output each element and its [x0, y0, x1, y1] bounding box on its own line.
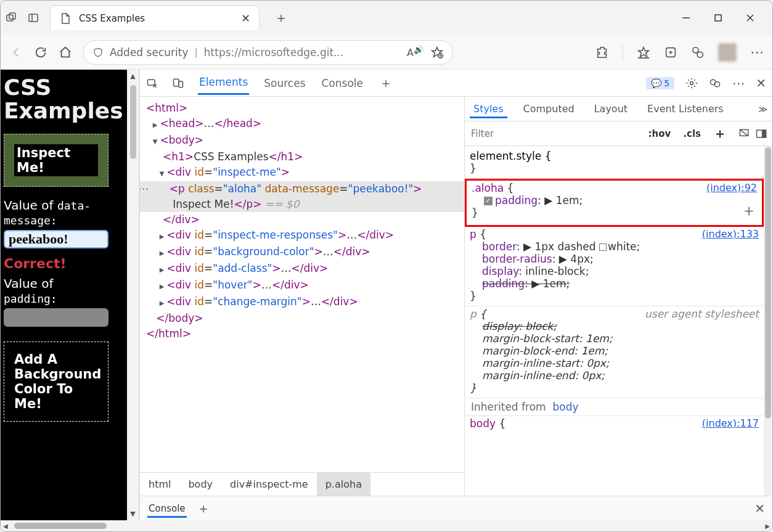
minimize-icon[interactable] [681, 13, 691, 23]
add-background-box[interactable]: Add A Background Color To Me! [4, 342, 108, 422]
value-of-padding-label: Value ofpadding: [4, 276, 124, 306]
issues-badge[interactable]: 💬 5 [646, 77, 674, 89]
devtools: Elements Sources Console ＋ 💬 5 ⋯ ✕ <html… [139, 70, 772, 520]
maximize-icon[interactable] [713, 13, 723, 23]
hov-toggle[interactable]: :hov [642, 128, 677, 139]
page-scrollbar[interactable]: ▲ ▼ [127, 70, 139, 520]
selected-element[interactable]: ⋯ <p class="aloha" data-message="peekabo… [140, 181, 464, 197]
bc-html[interactable]: html [140, 473, 179, 496]
tab-console[interactable]: Console [321, 72, 365, 94]
collections-icon[interactable] [664, 46, 677, 59]
rule-body: (index):117 body { [465, 416, 764, 433]
drawer-close-icon[interactable]: ✕ [755, 501, 765, 516]
new-rule-icon[interactable]: ＋ [707, 125, 733, 143]
source-link[interactable]: (index):92 [706, 182, 757, 194]
toggle-sidebar-icon[interactable] [755, 128, 767, 140]
styles-scrollbar[interactable] [764, 146, 772, 496]
source-link[interactable]: (index):117 [702, 417, 759, 429]
add-declaration-icon[interactable]: ＋ [741, 200, 757, 221]
more-icon[interactable]: ⋯ [750, 44, 764, 60]
breadcrumb[interactable]: html body div#inspect-me p.aloha [140, 472, 464, 496]
bc-p[interactable]: p.aloha [317, 473, 370, 496]
separator: | [194, 46, 197, 58]
computed-styles-icon[interactable] [738, 128, 750, 140]
browser-tab[interactable]: CSS Examples ✕ [50, 6, 260, 30]
feedback-icon[interactable] [709, 77, 721, 89]
styles-filter-row: :hov .cls ＋ [465, 121, 772, 146]
tab-sources[interactable]: Sources [263, 72, 306, 94]
scroll-thumb[interactable] [130, 85, 136, 159]
scroll-up-icon[interactable]: ▲ [130, 70, 135, 83]
performance-icon[interactable] [691, 46, 705, 59]
page-content: CSS Examples Inspect Me! Value of data-m… [1, 70, 127, 520]
separator [623, 45, 623, 60]
data-message-input[interactable] [4, 230, 108, 248]
bc-div[interactable]: div#inspect-me [221, 473, 317, 496]
svg-point-20 [690, 81, 693, 84]
more-styles-tabs-icon[interactable]: ≫ [758, 104, 767, 114]
scroll-thumb[interactable] [14, 523, 107, 529]
inspect-me-label: Inspect Me! [14, 144, 98, 176]
devtools-tabs: Elements Sources Console ＋ 💬 5 ⋯ ✕ [140, 70, 772, 97]
devtools-more-icon[interactable]: ⋯ [732, 76, 745, 91]
console-drawer: Console ＋ ✕ [140, 496, 772, 520]
svg-rect-1 [9, 13, 15, 19]
url-box[interactable]: Added security | https://microsoftedge.g… [83, 40, 453, 65]
inspect-me-box[interactable]: Inspect Me! [4, 134, 108, 187]
checkbox-icon[interactable]: ✓ [484, 197, 493, 205]
drawer-new-tab-icon[interactable]: ＋ [197, 499, 210, 518]
inherited-section: Inherited from body [465, 398, 764, 416]
svg-point-16 [697, 52, 703, 57]
scroll-down-icon[interactable]: ▼ [130, 507, 135, 520]
scroll-left-icon[interactable]: ◀ [1, 523, 10, 530]
styles-filter-input[interactable] [465, 121, 642, 145]
close-window-icon[interactable] [745, 13, 755, 23]
page-title: CSS Examples [4, 76, 124, 123]
settings-icon[interactable] [685, 77, 698, 89]
tab-event-listeners[interactable]: Event Listeners [644, 99, 727, 118]
close-tab-icon[interactable]: ✕ [241, 12, 250, 25]
styles-pane: Styles Computed Layout Event Listeners ≫… [464, 97, 772, 496]
source-link[interactable]: (index):133 [702, 228, 759, 240]
tab-title: CSS Examples [79, 13, 234, 24]
home-icon[interactable] [59, 46, 72, 59]
workspaces-icon[interactable] [6, 12, 18, 24]
tab-computed[interactable]: Computed [520, 99, 578, 118]
tab-styles[interactable]: Styles [470, 99, 507, 118]
extensions-icon[interactable] [595, 46, 609, 59]
favorite-icon[interactable] [430, 46, 444, 59]
read-aloud-icon[interactable]: A🔊 [407, 45, 424, 59]
favorites-icon[interactable] [637, 46, 650, 59]
drawer-tab-console[interactable]: Console [147, 499, 187, 518]
profile-avatar[interactable] [718, 43, 737, 62]
styles-rules[interactable]: element.style {} (index):92 .aloha { ✓pa… [465, 146, 764, 496]
svg-rect-26 [763, 130, 766, 137]
page-icon [59, 12, 72, 25]
svg-line-24 [740, 129, 748, 136]
more-tabs-icon[interactable]: ＋ [378, 70, 394, 97]
padding-input[interactable] [4, 308, 108, 327]
shield-icon [92, 47, 104, 58]
devtools-close-icon[interactable]: ✕ [756, 76, 766, 91]
inspect-icon[interactable] [146, 77, 158, 89]
title-bar: CSS Examples ✕ ＋ [1, 1, 772, 35]
elements-tree[interactable]: <html> <head>…</head> <body> <h1>CSS Exa… [140, 97, 464, 472]
tab-actions-icon[interactable] [28, 12, 40, 24]
page-horizontal-scrollbar[interactable]: ◀ ▶ [1, 520, 772, 531]
reload-icon[interactable] [34, 46, 47, 59]
value-of-label: Value of data-message: [4, 198, 124, 227]
tab-layout[interactable]: Layout [591, 99, 631, 118]
main-area: CSS Examples Inspect Me! Value of data-m… [1, 70, 772, 520]
new-tab-button[interactable]: ＋ [269, 6, 293, 30]
browser-window: CSS Examples ✕ ＋ Added security | https:… [0, 0, 773, 532]
scroll-right-icon[interactable]: ▶ [763, 523, 772, 530]
security-label: Added security [110, 46, 188, 59]
window-controls [681, 13, 767, 23]
styles-tabs: Styles Computed Layout Event Listeners ≫ [465, 97, 772, 121]
tab-elements[interactable]: Elements [198, 71, 249, 95]
svg-point-15 [693, 47, 698, 52]
device-icon[interactable] [172, 77, 184, 89]
cls-toggle[interactable]: .cls [677, 128, 707, 139]
bc-body[interactable]: body [179, 473, 221, 496]
correct-label: Correct! [4, 256, 124, 271]
